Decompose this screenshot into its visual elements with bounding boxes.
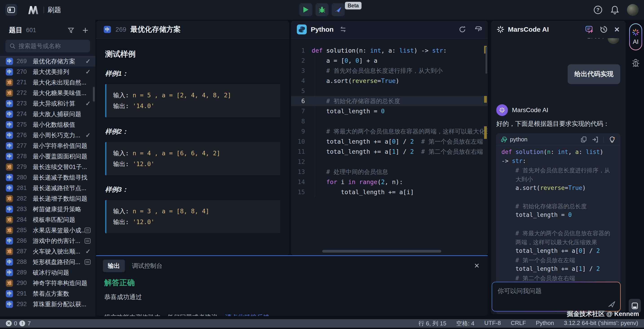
sidebar-scrollbar[interactable] (93, 87, 95, 102)
hint-lightbulb-icon[interactable] (609, 136, 616, 143)
problem-number: 270 (16, 68, 30, 75)
list-item[interactable]: 难279最长连续交替01子... (0, 162, 96, 172)
chat-code-line: # 首先对会员信息长度进行排序，从 (502, 167, 615, 176)
line-number: 15 (291, 189, 312, 195)
add-problem-icon[interactable] (82, 27, 89, 34)
feedback-link[interactable]: 请点此链接反馈 (226, 314, 270, 316)
help-icon[interactable]: ? (593, 5, 603, 15)
debug-rail-icon[interactable] (632, 59, 640, 67)
reset-code-icon[interactable] (458, 26, 466, 33)
search-input[interactable]: 搜索题号或名称 (6, 40, 90, 52)
list-item[interactable]: 难285水果店果篮最小成... (0, 225, 96, 235)
status-item[interactable]: Python (536, 319, 554, 327)
status-item[interactable]: 3.12.2 64-bit ('shims': pyenv) (564, 319, 638, 327)
list-item[interactable]: 中281最长递减路径节点... (0, 183, 96, 193)
list-item[interactable]: 难272最大化糖果美味值... (0, 88, 96, 98)
list-item[interactable]: 中274最大敌人捕获问题 (0, 109, 96, 119)
difficulty-badge: 中 (6, 58, 13, 65)
problem-title: 最小周长巧克力... (33, 131, 85, 139)
code-line[interactable]: 1def solution(n: int, a: list) -> str: (291, 45, 488, 56)
list-item[interactable]: 中292算珠重新分配以获... (0, 299, 96, 309)
list-item[interactable]: 中269最优化存储方案✓ (0, 56, 96, 67)
tab-debug-console[interactable]: 调试控制台 (127, 259, 167, 272)
code-line[interactable]: 8 (291, 116, 488, 126)
code-line[interactable]: 7 total_length = 0 (291, 106, 488, 116)
editor-vertical-scrollbar[interactable] (486, 47, 487, 74)
feedback-notice: 提交功能内测体验中，任何问题或者建议： 请点此链接反馈 (104, 313, 488, 316)
chat-code-line: total_length += a[1] / 2 (502, 265, 615, 274)
editor-horizontal-scrollbar[interactable] (322, 250, 441, 253)
clipped-user-name: 17034 (587, 38, 604, 40)
list-item[interactable]: 难287火车驶入驶出顺...✓ (0, 246, 96, 257)
output-close-icon[interactable]: ✕ (474, 262, 480, 270)
tab-output[interactable]: 输出 (103, 259, 125, 272)
filter-icon[interactable] (68, 27, 74, 34)
list-item[interactable]: 中275最小化数组极值 (0, 119, 96, 130)
send-icon[interactable] (608, 300, 616, 308)
list-item[interactable]: 中286游戏中的伤害计... (0, 235, 96, 246)
list-item[interactable]: 难282最长递增子数组问题 (0, 193, 96, 204)
list-item[interactable]: 难271最大化未出现自然... (0, 77, 96, 88)
bell-icon[interactable] (610, 5, 619, 15)
marscode-logo-icon[interactable] (27, 5, 40, 15)
list-item[interactable]: 难290神奇字符串构造问题 (0, 278, 96, 288)
code-line[interactable]: 3 # 首先对会员信息长度进行排序，从大到小 (291, 66, 488, 76)
product-name: 刷题 (48, 6, 61, 15)
check-icon: ✓ (85, 100, 90, 107)
insert-code-icon[interactable] (592, 136, 599, 143)
new-chat-icon[interactable] (585, 25, 594, 34)
status-item[interactable]: UTF-8 (484, 319, 501, 327)
list-item[interactable]: 中270最大优美排列✓ (0, 67, 96, 77)
list-item[interactable]: 中277最小字符串价值问题 (0, 140, 96, 151)
ai-chat-input[interactable]: 你可以问我问题 (492, 282, 621, 311)
code-line[interactable]: 4 a.sort(reverse=True) (291, 76, 488, 86)
difficulty-badge: 中 (6, 68, 13, 76)
sample-label: 样例3： (105, 185, 280, 194)
list-item[interactable]: 中280最长递减子数组寻找 (0, 172, 96, 183)
list-item[interactable]: 中289破冰行动问题 (0, 267, 96, 278)
list-item[interactable]: 中283树苗健康提升策略 (0, 204, 96, 214)
list-item[interactable]: 中288矩形棋盘路径问... (0, 257, 96, 267)
status-item[interactable]: 行 6, 列 15 (418, 319, 446, 327)
line-number: 3 (291, 67, 312, 74)
submit-button[interactable] (332, 3, 345, 16)
code-line[interactable]: 11 total_length += a[1] / 2 # 第二个会员放在右端 (291, 147, 488, 157)
copy-code-icon[interactable] (581, 136, 587, 143)
code-line[interactable]: 12 (291, 157, 488, 167)
code-line[interactable]: 10 total_length += a[0] / 2 # 第一个会员放在左端 (291, 136, 488, 147)
code-line[interactable]: 14 for i in range(2, n): (291, 177, 488, 187)
user-avatar[interactable] (627, 4, 638, 16)
list-item[interactable]: 中273最大异或和计算✓ (0, 98, 96, 109)
code-line[interactable]: 9 # 将最大的两个会员信息放在容器的两端，这样可以最大化压缩效果 (291, 126, 488, 136)
chat-area[interactable]: 17034 给出代码实现 MarsCode AI 好的，下面是根据题目要求实现的… (491, 38, 626, 314)
ai-close-icon[interactable]: ✕ (614, 26, 620, 34)
language-swap-icon[interactable] (339, 26, 347, 33)
problem-title: 最长连续交替01子... (33, 163, 90, 171)
chat-code-line: -> str: (502, 158, 615, 167)
code-line[interactable]: 6 # 初始化存储容器的总长度 (291, 96, 488, 106)
format-code-icon[interactable] (474, 26, 482, 33)
problems-indicator[interactable]: ✕ 0 ! 7 (6, 320, 31, 327)
code-line[interactable]: 2 a = [0, 0] + a (291, 56, 488, 66)
code-line[interactable]: 15 total_length += a[i] (291, 187, 488, 197)
problem-title: 最优化存储方案 (130, 25, 180, 34)
history-icon[interactable] (600, 25, 608, 34)
problem-title: 最长递减路径节点... (33, 184, 90, 192)
problem-number: 278 (16, 153, 30, 160)
list-item[interactable]: 中291禁着点方案数 (0, 288, 96, 299)
status-item[interactable]: CRLF (510, 319, 526, 327)
list-item[interactable]: 难284模板串匹配问题 (0, 214, 96, 225)
code-line[interactable]: 5 (291, 86, 488, 96)
sidebar-toggle-button[interactable] (6, 4, 17, 16)
code-area[interactable]: 1def solution(n: int, a: list) -> str:2 … (291, 39, 488, 255)
list-item[interactable]: 中278最小覆盖圆面积问题 (0, 151, 96, 162)
list-item[interactable]: 中276最小周长巧克力...✓ (0, 130, 96, 140)
ai-sparkle-icon (632, 29, 640, 36)
status-items: 行 6, 列 15空格: 4UTF-8CRLFPython3.12.2 64-b… (418, 319, 638, 327)
marscode-ai-avatar (496, 104, 508, 116)
code-line[interactable]: 13 # 处理中间的会员信息 (291, 167, 488, 177)
ai-rail-button[interactable]: AI (629, 23, 642, 50)
status-item[interactable]: 空格: 4 (456, 319, 474, 327)
run-button[interactable] (299, 3, 312, 16)
debug-button[interactable] (316, 3, 328, 16)
